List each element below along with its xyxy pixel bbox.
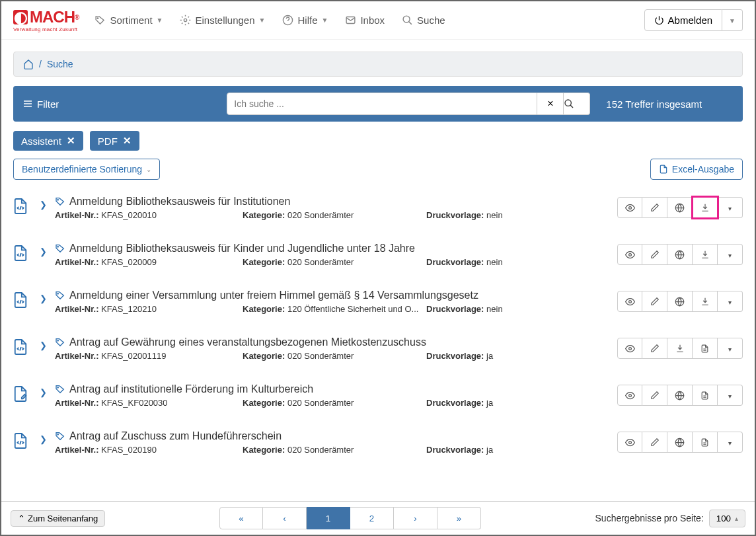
action-caret-button[interactable]: ▾ bbox=[718, 385, 743, 406]
result-row: ❯ Anmeldung Bibliotheksausweis für Kinde… bbox=[13, 236, 743, 283]
result-title[interactable]: Anmeldung einer Versammlung unter freiem… bbox=[55, 289, 609, 301]
nav-hilfe[interactable]: Hilfe▼ bbox=[282, 15, 328, 26]
meta-kategorie-value: 120 Öffentliche Sicherheit und O... bbox=[287, 304, 419, 314]
action-pencil-button[interactable] bbox=[642, 244, 667, 265]
breadcrumb-sep: / bbox=[39, 59, 42, 69]
caret-icon: ▾ bbox=[728, 249, 732, 260]
action-doc-button[interactable] bbox=[693, 432, 718, 453]
breadcrumb: / Suche bbox=[13, 52, 743, 77]
hamburger-icon bbox=[22, 98, 33, 109]
meta-druckvorlage-label: Druckvorlage: bbox=[426, 210, 484, 220]
action-download-button[interactable] bbox=[693, 291, 718, 312]
expand-toggle[interactable]: ❯ bbox=[40, 289, 47, 303]
chip-pdf[interactable]: PDF✕ bbox=[90, 131, 139, 151]
action-pencil-button[interactable] bbox=[642, 432, 667, 453]
sort-dropdown[interactable]: Benutzerdefinierte Sortierung⌄ bbox=[13, 159, 160, 180]
expand-toggle[interactable]: ❯ bbox=[40, 336, 47, 350]
file-type-icon bbox=[13, 289, 32, 309]
nav-inbox[interactable]: Inbox bbox=[345, 15, 385, 26]
meta-druckvorlage-value: ja bbox=[486, 351, 493, 361]
action-caret-button[interactable]: ▾ bbox=[718, 244, 743, 265]
nav-sortiment[interactable]: Sortiment▼ bbox=[94, 15, 163, 26]
row-actions: ▾ bbox=[617, 196, 743, 218]
svg-point-12 bbox=[57, 293, 58, 294]
scroll-to-top-button[interactable]: ⌃Zum Seitenanfang bbox=[11, 510, 105, 527]
meta-artikel-value: KFAS_020009 bbox=[101, 257, 157, 267]
nav-suche[interactable]: Suche bbox=[402, 15, 445, 26]
action-download-button[interactable] bbox=[693, 244, 718, 265]
breadcrumb-current[interactable]: Suche bbox=[47, 59, 73, 69]
action-globe-button[interactable] bbox=[667, 197, 693, 218]
action-doc-button[interactable] bbox=[693, 385, 718, 406]
action-globe-button[interactable] bbox=[667, 291, 693, 312]
action-pencil-button[interactable] bbox=[642, 291, 667, 312]
search-clear-button[interactable]: × bbox=[537, 93, 564, 115]
search-icon bbox=[564, 98, 589, 109]
pencil-icon bbox=[650, 250, 660, 259]
action-eye-button[interactable] bbox=[617, 385, 642, 406]
close-icon: × bbox=[547, 98, 553, 109]
action-doc-button[interactable] bbox=[693, 338, 718, 359]
meta-artikel-label: Artikel-Nr.: bbox=[55, 304, 98, 314]
expand-toggle[interactable]: ❯ bbox=[40, 243, 47, 256]
action-pencil-button[interactable] bbox=[642, 338, 667, 359]
expand-toggle[interactable]: ❯ bbox=[40, 196, 47, 210]
close-icon[interactable]: ✕ bbox=[67, 135, 75, 147]
expand-toggle[interactable]: ❯ bbox=[40, 430, 47, 444]
eye-icon bbox=[625, 203, 635, 213]
logout-button[interactable]: Abmelden bbox=[644, 9, 723, 31]
footer: ⌃Zum Seitenanfang «‹12›» Suchergebnisse … bbox=[1, 501, 755, 535]
doc-icon bbox=[700, 438, 709, 447]
meta-artikel-value: KFAS_020010 bbox=[101, 210, 157, 220]
action-caret-button[interactable]: ▾ bbox=[718, 197, 743, 218]
action-pencil-button[interactable] bbox=[642, 385, 667, 406]
caret-icon: ▾ bbox=[728, 437, 732, 447]
meta-druckvorlage-value: nein bbox=[486, 210, 503, 220]
help-icon bbox=[282, 15, 293, 26]
per-page-dropdown[interactable]: 100▴ bbox=[709, 510, 745, 527]
globe-icon bbox=[675, 250, 685, 260]
page-button[interactable]: » bbox=[437, 507, 481, 529]
page-button[interactable]: ‹ bbox=[263, 507, 307, 529]
action-caret-button[interactable]: ▾ bbox=[718, 338, 743, 359]
svg-point-10 bbox=[628, 253, 631, 256]
filter-toggle[interactable]: Filter bbox=[22, 98, 59, 110]
result-title[interactable]: Antrag auf institutionelle Förderung im … bbox=[55, 383, 609, 395]
page-button[interactable]: 2 bbox=[350, 507, 394, 529]
pencil-icon bbox=[650, 438, 660, 447]
globe-icon bbox=[675, 297, 685, 307]
action-eye-button[interactable] bbox=[617, 244, 642, 265]
action-eye-button[interactable] bbox=[617, 432, 642, 453]
logo[interactable]: ◐MACH® Verwaltung macht Zukunft bbox=[13, 8, 79, 32]
action-download-button[interactable] bbox=[667, 338, 693, 359]
action-eye-button[interactable] bbox=[617, 197, 642, 218]
action-globe-button[interactable] bbox=[667, 244, 693, 265]
chip-assistent[interactable]: Assistent✕ bbox=[13, 131, 83, 151]
action-eye-button[interactable] bbox=[617, 291, 642, 312]
action-eye-button[interactable] bbox=[617, 338, 642, 359]
search-input[interactable] bbox=[227, 93, 537, 115]
search-submit-button[interactable] bbox=[564, 93, 590, 115]
action-pencil-button[interactable] bbox=[642, 197, 667, 218]
doc-icon bbox=[700, 344, 709, 354]
action-globe-button[interactable] bbox=[667, 385, 693, 406]
excel-export-button[interactable]: Excel-Ausgabe bbox=[650, 159, 743, 180]
meta-druckvorlage-label: Druckvorlage: bbox=[426, 304, 484, 314]
action-globe-button[interactable] bbox=[667, 432, 693, 453]
globe-icon bbox=[675, 391, 685, 401]
result-title[interactable]: Antrag auf Zuschuss zum Hundeführerschei… bbox=[55, 430, 609, 442]
breadcrumb-home[interactable] bbox=[23, 59, 34, 69]
logout-dropdown[interactable]: ▼ bbox=[722, 9, 743, 31]
close-icon[interactable]: ✕ bbox=[123, 135, 132, 147]
action-download-button[interactable] bbox=[693, 197, 718, 218]
page-button[interactable]: › bbox=[394, 507, 437, 529]
result-title[interactable]: Anmeldung Bibliotheksausweis für Kinder … bbox=[55, 243, 609, 254]
nav-einstellungen[interactable]: Einstellungen▼ bbox=[180, 15, 265, 26]
result-title[interactable]: Antrag auf Gewährung eines veranstaltung… bbox=[55, 336, 609, 348]
page-button[interactable]: 1 bbox=[307, 507, 350, 529]
action-caret-button[interactable]: ▾ bbox=[718, 432, 743, 453]
action-caret-button[interactable]: ▾ bbox=[718, 291, 743, 312]
expand-toggle[interactable]: ❯ bbox=[40, 383, 47, 397]
result-title[interactable]: Anmeldung Bibliotheksausweis für Institu… bbox=[55, 196, 609, 208]
page-button[interactable]: « bbox=[219, 507, 263, 529]
